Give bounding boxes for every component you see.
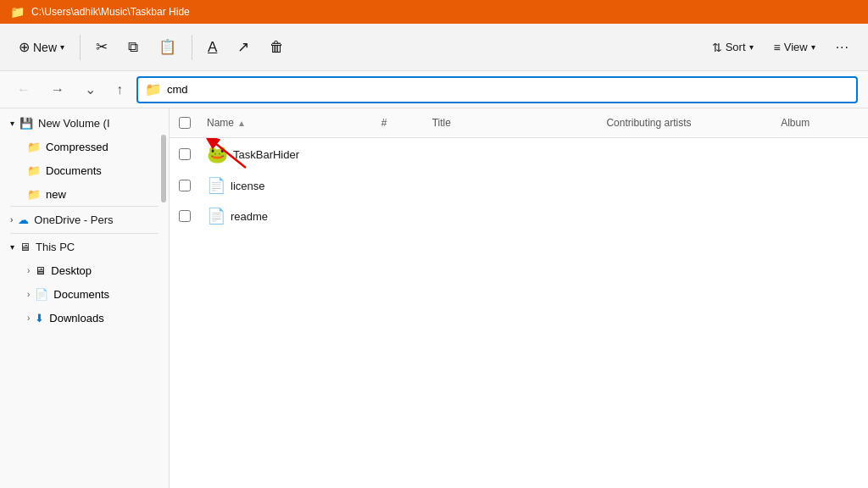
up-button[interactable]: ↑ — [109, 79, 130, 101]
sidebar-item-label: Downloads — [49, 312, 103, 324]
file-list-header: Name ▲ # Title Contributing artists Albu… — [170, 108, 868, 138]
toolbar-divider-2 — [192, 35, 192, 60]
sidebar-scrollbar[interactable] — [161, 135, 166, 202]
sidebar: ▾ 💾 New Volume (I 📁 Compressed 📁 Documen… — [0, 108, 170, 488]
toolbar-divider-1 — [80, 35, 81, 60]
file-hash-cell — [375, 211, 426, 221]
title-path: C:\Users\adhik\Music\Taskbar Hide — [31, 6, 190, 18]
table-row[interactable]: 📄 readme — [170, 201, 868, 231]
row-checkbox-cell — [170, 148, 200, 160]
chevron-right-icon: › — [10, 215, 13, 225]
sidebar-item-label: Documents — [46, 164, 102, 177]
table-row[interactable]: 📄 license — [170, 170, 868, 201]
plus-icon: ⊕ — [19, 39, 30, 55]
folder-icon: 📁 — [27, 188, 41, 201]
sort-up-icon: ▲ — [237, 119, 246, 128]
share-icon: ↗ — [237, 38, 249, 56]
view-chevron-icon: ▾ — [811, 42, 815, 52]
computer-icon: 🖥 — [19, 241, 31, 253]
table-row[interactable]: 🐸 TaskBarHider — [170, 138, 868, 170]
file-name: license — [231, 180, 264, 192]
share-button[interactable]: ↗ — [229, 33, 258, 61]
sidebar-item-onedrive[interactable]: › ☁ OneDrive - Pers — [3, 210, 165, 230]
rename-icon: A — [208, 39, 217, 56]
file-title-cell — [426, 149, 600, 159]
history-button[interactable]: ⌄ — [78, 78, 103, 101]
row-checkbox[interactable] — [179, 180, 191, 191]
file-name: TaskBarHider — [233, 148, 299, 161]
title-bar: 📁 C:\Users\adhik\Music\Taskbar Hide — [0, 0, 868, 24]
name-column-header[interactable]: Name ▲ — [200, 112, 375, 134]
paste-button[interactable]: 📋 — [150, 33, 185, 61]
file-artists-cell — [599, 149, 774, 159]
copy-button[interactable]: ⧉ — [120, 34, 147, 61]
downloads-icon: ⬇ — [35, 312, 44, 324]
file-album-cell — [774, 149, 868, 159]
documents-icon: 📄 — [35, 288, 48, 301]
file-title-cell — [426, 211, 600, 221]
sidebar-item-pc-documents[interactable]: › 📄 Documents — [3, 282, 165, 306]
sidebar-item-desktop[interactable]: › 🖥 Desktop — [3, 258, 165, 282]
sidebar-item-compressed[interactable]: 📁 Compressed — [3, 135, 165, 158]
address-input[interactable] — [167, 83, 849, 96]
document-icon: 📄 — [207, 176, 225, 195]
sidebar-item-documents[interactable]: 📁 Documents — [3, 158, 165, 182]
app-icon: 🐸 — [207, 144, 228, 164]
delete-button[interactable]: 🗑 — [261, 34, 292, 61]
up-icon: ↑ — [116, 82, 123, 97]
album-column-label: Album — [781, 117, 810, 129]
folder-icon: 📁 — [27, 164, 41, 177]
main-content: ▾ 💾 New Volume (I 📁 Compressed 📁 Documen… — [0, 108, 868, 488]
title-column-label: Title — [432, 117, 451, 129]
row-checkbox[interactable] — [179, 210, 191, 222]
sort-button[interactable]: ⇅ Sort ▾ — [704, 36, 762, 59]
chevron-down-icon: ▾ — [10, 242, 14, 252]
hash-column-header[interactable]: # — [375, 112, 426, 134]
view-lines-icon: ≡ — [774, 41, 781, 54]
row-checkbox[interactable] — [179, 148, 191, 160]
back-icon: ← — [17, 82, 31, 97]
sidebar-separator-1 — [10, 206, 159, 207]
back-button[interactable]: ← — [10, 79, 37, 101]
chevron-down-icon: ▾ — [10, 119, 14, 128]
title-folder-icon: 📁 — [10, 5, 25, 19]
select-all-checkbox[interactable] — [179, 117, 191, 129]
new-button[interactable]: ⊕ New ▾ — [10, 34, 73, 60]
new-chevron-icon: ▾ — [60, 42, 64, 52]
more-icon: ··· — [836, 40, 849, 55]
view-button[interactable]: ≡ View ▾ — [765, 36, 824, 59]
cloud-icon: ☁ — [18, 214, 29, 226]
sort-button-label: Sort — [726, 41, 746, 53]
cut-button[interactable]: ✂ — [87, 33, 116, 61]
desktop-icon: 🖥 — [35, 264, 46, 277]
file-album-cell — [774, 211, 868, 221]
album-column-header[interactable]: Album — [774, 112, 868, 134]
sidebar-item-label: Documents — [53, 288, 109, 301]
file-hash-cell — [375, 180, 426, 191]
artists-column-header[interactable]: Contributing artists — [599, 112, 774, 134]
sidebar-item-this-pc[interactable]: ▾ 🖥 This PC — [3, 237, 165, 257]
rename-button[interactable]: A — [199, 34, 225, 61]
name-column-label: Name — [207, 117, 234, 129]
document-icon: 📄 — [207, 207, 225, 225]
sidebar-item-downloads[interactable]: › ⬇ Downloads — [3, 306, 165, 330]
artists-column-label: Contributing artists — [606, 117, 691, 129]
sidebar-item-new[interactable]: 📁 new — [3, 182, 165, 206]
address-folder-icon: 📁 — [145, 81, 162, 97]
sidebar-item-new-volume[interactable]: ▾ 💾 New Volume (I — [3, 114, 165, 133]
forward-button[interactable]: → — [44, 79, 71, 101]
title-column-header[interactable]: Title — [426, 112, 600, 134]
chevron-right-icon: › — [27, 266, 30, 275]
cut-icon: ✂ — [96, 38, 108, 56]
copy-icon: ⧉ — [128, 39, 138, 56]
drive-icon: 💾 — [19, 117, 33, 130]
address-bar-wrapper: 📁 — [136, 76, 858, 103]
hash-column-label: # — [381, 117, 387, 129]
paste-icon: 📋 — [159, 38, 176, 56]
file-name-cell: 📄 license — [200, 172, 375, 199]
trash-icon: 🗑 — [270, 39, 284, 56]
row-checkbox-cell — [170, 210, 200, 222]
more-button[interactable]: ··· — [827, 35, 858, 60]
new-button-label: New — [33, 41, 57, 54]
sidebar-item-label: Desktop — [51, 264, 92, 277]
